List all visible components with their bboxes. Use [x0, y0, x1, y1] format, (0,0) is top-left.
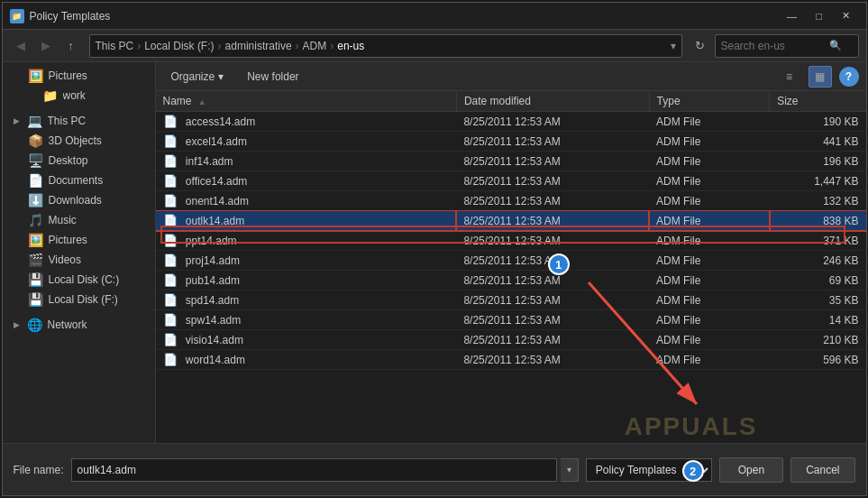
expand-arrow-network: ▶	[14, 320, 20, 329]
sidebar-item-network[interactable]: ▶ 🌐 Network	[3, 315, 155, 335]
sidebar-item-desktop[interactable]: 🖥️ Desktop	[3, 151, 155, 171]
sidebar-item-pictures2[interactable]: 🖼️ Pictures	[3, 230, 155, 250]
file-icon: 📄	[163, 154, 178, 168]
3d-objects-icon: 📦	[28, 134, 43, 148]
filename-input-wrapper: ▾	[71, 458, 579, 482]
back-button[interactable]: ◀	[10, 35, 32, 57]
this-pc-icon: 💻	[27, 114, 42, 128]
sidebar-item-work[interactable]: 📁 work	[3, 86, 155, 106]
sidebar-item-pictures[interactable]: 🖼️ Pictures	[3, 66, 155, 86]
table-row[interactable]: 📄 spd14.adm 8/25/2011 12:53 AM ADM File …	[156, 290, 866, 310]
organize-dropdown-icon: ▾	[218, 70, 224, 83]
file-date: 8/25/2011 12:53 AM	[456, 211, 649, 231]
sidebar-label-desktop: Desktop	[49, 154, 88, 167]
table-row[interactable]: 📄 proj14.adm 8/25/2011 12:53 AM ADM File…	[156, 251, 866, 271]
col-header-type[interactable]: Type	[649, 91, 770, 112]
file-name: visio14.adm	[186, 334, 243, 346]
table-row[interactable]: 📄 outlk14.adm 8/25/2011 12:53 AM ADM Fil…	[156, 211, 866, 231]
file-type: ADM File	[649, 152, 770, 171]
new-folder-button[interactable]: New folder	[239, 67, 306, 87]
col-header-name[interactable]: Name ▲	[156, 91, 457, 112]
search-icon: 🔍	[829, 40, 842, 51]
refresh-button[interactable]: ↻	[690, 35, 711, 57]
view-details-button[interactable]: ≡	[778, 66, 801, 88]
file-icon: 📄	[163, 115, 178, 128]
table-row[interactable]: 📄 word14.adm 8/25/2011 12:53 AM ADM File…	[156, 350, 866, 370]
filename-label: File name:	[14, 464, 64, 476]
breadcrumb-adm[interactable]: ADM	[303, 40, 327, 52]
organize-label: Organize	[171, 70, 215, 83]
file-icon: 📄	[163, 353, 178, 366]
file-icon: 📄	[163, 313, 178, 327]
breadcrumb-local-disk[interactable]: Local Disk (F:)	[144, 40, 214, 52]
file-name: inf14.adm	[186, 155, 233, 168]
table-row[interactable]: 📄 visio14.adm 8/25/2011 12:53 AM ADM Fil…	[156, 330, 866, 350]
file-icon: 📄	[163, 333, 178, 346]
col-header-date[interactable]: Date modified	[456, 91, 649, 112]
file-name: excel14.adm	[186, 135, 247, 148]
close-button[interactable]: ✕	[834, 7, 859, 25]
forward-button[interactable]: ▶	[35, 35, 57, 57]
file-size: 838 KB	[770, 211, 866, 231]
file-size: 1,447 KB	[770, 171, 866, 191]
annotation-badge-2: 2	[682, 460, 704, 482]
breadcrumb-administrative[interactable]: administrative	[225, 40, 292, 52]
sidebar-item-documents[interactable]: 📄 Documents	[3, 171, 155, 190]
filename-dropdown-arrow[interactable]: ▾	[561, 458, 579, 482]
file-icon: 📄	[163, 273, 178, 287]
file-size: 196 KB	[770, 152, 866, 171]
sidebar-label-local-c: Local Disk (C:)	[49, 273, 120, 286]
view-large-icons-button[interactable]: ▦	[809, 66, 832, 88]
table-row[interactable]: 📄 office14.adm 8/25/2011 12:53 AM ADM Fi…	[156, 171, 866, 191]
desktop-icon: 🖥️	[28, 153, 43, 168]
sidebar-item-local-c[interactable]: 💾 Local Disk (C:)	[3, 270, 155, 290]
pictures2-icon: 🖼️	[28, 233, 43, 247]
sidebar-item-local-f[interactable]: 💾 Local Disk (F:)	[3, 290, 155, 309]
table-row[interactable]: 📄 pub14.adm 8/25/2011 12:53 AM ADM File …	[156, 271, 866, 290]
local-f-icon: 💾	[28, 292, 43, 307]
table-row[interactable]: 📄 excel14.adm 8/25/2011 12:53 AM ADM Fil…	[156, 132, 866, 152]
file-name: spd14.adm	[186, 294, 239, 307]
maximize-button[interactable]: □	[807, 7, 832, 25]
address-dropdown-arrow[interactable]: ▾	[671, 40, 676, 52]
sidebar-label-music: Music	[49, 214, 77, 226]
sidebar-item-this-pc[interactable]: ▶ 💻 This PC	[3, 111, 155, 131]
file-name: proj14.adm	[186, 254, 240, 267]
sidebar-item-videos[interactable]: 🎬 Videos	[3, 250, 155, 270]
file-type: ADM File	[649, 171, 770, 191]
file-icon: 📄	[163, 134, 178, 148]
help-button[interactable]: ?	[839, 67, 859, 87]
file-panel: Organize ▾ New folder ≡ ▦ ? Name ▲	[156, 62, 866, 443]
sidebar-label-videos: Videos	[49, 254, 81, 266]
file-name: office14.adm	[186, 175, 248, 188]
file-icon: 📄	[163, 293, 178, 307]
cancel-button[interactable]: Cancel	[790, 457, 854, 483]
organize-button[interactable]: Organize ▾	[163, 67, 233, 87]
file-toolbar: Organize ▾ New folder ≡ ▦ ?	[156, 62, 866, 91]
table-row[interactable]: 📄 spw14.adm 8/25/2011 12:53 AM ADM File …	[156, 310, 866, 330]
minimize-button[interactable]: —	[780, 7, 805, 25]
table-row[interactable]: 📄 access14.adm 8/25/2011 12:53 AM ADM Fi…	[156, 112, 866, 132]
search-input[interactable]	[721, 40, 829, 52]
sidebar-item-music[interactable]: 🎵 Music	[3, 210, 155, 230]
file-size: 371 KB	[770, 231, 866, 251]
sidebar-item-3d-objects[interactable]: 📦 3D Objects	[3, 131, 155, 151]
file-size: 190 KB	[770, 112, 866, 132]
breadcrumb-this-pc[interactable]: This PC	[96, 40, 134, 52]
local-c-icon: 💾	[28, 272, 43, 287]
breadcrumb-en-us[interactable]: en-us	[337, 40, 364, 52]
filename-input[interactable]	[71, 458, 557, 482]
col-header-size[interactable]: Size	[770, 91, 866, 112]
file-name: access14.adm	[186, 115, 255, 128]
table-row[interactable]: 📄 ppt14.adm 8/25/2011 12:53 AM ADM File …	[156, 231, 866, 251]
file-name: pub14.adm	[186, 274, 240, 287]
sidebar-label-3d-objects: 3D Objects	[49, 134, 102, 147]
sidebar: 🖼️ Pictures 📁 work ▶ 💻 This PC 📦 3D Obje…	[3, 62, 156, 443]
table-row[interactable]: 📄 onent14.adm 8/25/2011 12:53 AM ADM Fil…	[156, 191, 866, 211]
file-size: 35 KB	[770, 290, 866, 310]
table-row[interactable]: 📄 inf14.adm 8/25/2011 12:53 AM ADM File …	[156, 152, 866, 171]
up-button[interactable]: ↑	[60, 35, 82, 57]
open-button[interactable]: Open	[719, 457, 783, 483]
file-date: 8/25/2011 12:53 AM	[456, 152, 649, 171]
sidebar-item-downloads[interactable]: ⬇️ Downloads	[3, 190, 155, 210]
